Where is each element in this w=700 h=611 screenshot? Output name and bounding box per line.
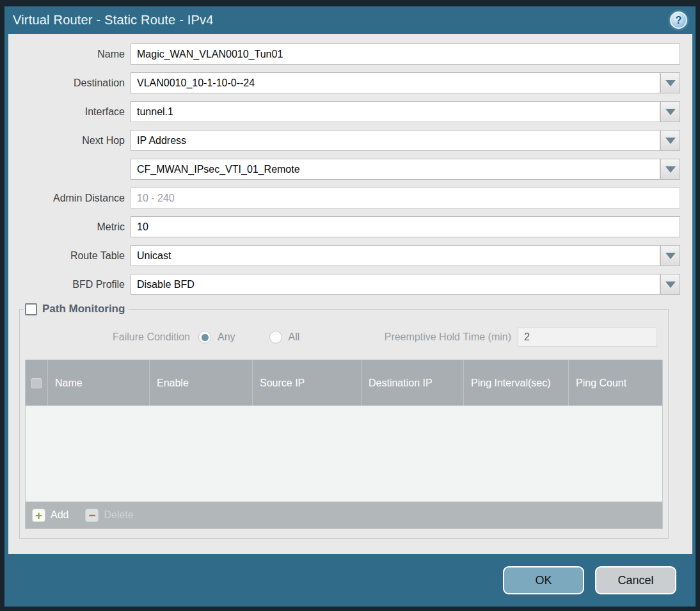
radio-selected-dot [202, 334, 209, 341]
failure-condition-all-radio [269, 331, 282, 344]
table-header-row: Name Enable Source IP Destination IP Pin… [26, 360, 662, 406]
metric-input[interactable] [131, 216, 680, 237]
select-all-checkbox [31, 378, 42, 388]
destination-label: Destination [8, 77, 131, 89]
form-row-name: Name [8, 44, 680, 65]
dialog-footer: OK Cancel [4, 554, 696, 607]
plus-icon: + [32, 509, 45, 522]
failure-condition-any-radio [198, 331, 211, 344]
destination-dropdown-button[interactable] [660, 72, 680, 93]
form-row-admin-distance: Admin Distance [8, 187, 680, 209]
delete-button: − Delete [85, 509, 133, 522]
column-header-name: Name [47, 360, 149, 406]
destination-input[interactable] [131, 72, 660, 93]
metric-label: Metric [8, 221, 131, 233]
chevron-down-icon [665, 80, 676, 86]
preemptive-hold-time-label: Preemptive Hold Time (min) [385, 331, 511, 343]
ok-button[interactable]: OK [503, 566, 584, 594]
preemptive-hold-time-input [518, 328, 657, 347]
add-button[interactable]: + Add [32, 509, 68, 522]
route-table-label: Route Table [8, 250, 131, 262]
dialog-body: Name Destination Interface [8, 34, 692, 554]
column-header-enable: Enable [149, 360, 252, 406]
table-toolbar: + Add − Delete [26, 502, 662, 528]
form-row-destination: Destination [8, 72, 680, 93]
cancel-button[interactable]: Cancel [595, 566, 676, 594]
path-monitoring-checkbox[interactable] [25, 303, 37, 315]
admin-distance-label: Admin Distance [8, 193, 131, 204]
failure-condition-all-label: All [289, 331, 300, 343]
path-monitoring-title: Path Monitoring [42, 303, 125, 315]
interface-input[interactable] [131, 101, 660, 122]
route-table-input[interactable] [131, 245, 660, 266]
form-row-interface: Interface [8, 101, 680, 122]
bfd-profile-dropdown-button[interactable] [660, 274, 680, 295]
next-hop-type-dropdown-button[interactable] [660, 130, 680, 151]
path-monitoring-table: Name Enable Source IP Destination IP Pin… [25, 360, 663, 529]
interface-dropdown-button[interactable] [660, 101, 680, 122]
next-hop-label: Next Hop [8, 135, 131, 147]
help-icon[interactable]: ? [670, 12, 687, 29]
path-monitoring-legend: Path Monitoring [24, 303, 129, 315]
delete-button-label: Delete [104, 509, 133, 521]
admin-distance-input[interactable] [131, 187, 680, 209]
interface-label: Interface [8, 106, 131, 118]
column-header-ping-interval: Ping Interval(sec) [463, 360, 568, 406]
form-row-route-table: Route Table [8, 245, 680, 266]
bfd-profile-input[interactable] [131, 274, 660, 295]
minus-icon: − [85, 509, 99, 522]
screenshot-window-border: Virtual Router - Static Route - IPv4 ? N… [0, 0, 700, 611]
form-row-next-hop: Next Hop [8, 130, 680, 151]
dialog-title: Virtual Router - Static Route - IPv4 [13, 13, 670, 28]
column-header-source-ip: Source IP [252, 360, 361, 406]
name-label: Name [8, 49, 131, 60]
chevron-down-icon [665, 138, 676, 144]
next-hop-address-dropdown-button[interactable] [660, 159, 680, 180]
form-row-next-hop-address [8, 159, 680, 180]
name-input[interactable] [131, 44, 680, 65]
next-hop-address-input[interactable] [131, 159, 660, 180]
path-monitoring-group: Path Monitoring Failure Condition Any Al… [19, 303, 669, 539]
select-all-header-cell [26, 360, 47, 406]
add-button-label: Add [51, 509, 68, 521]
column-header-ping-count: Ping Count [568, 360, 662, 406]
table-empty-body [26, 406, 662, 502]
column-header-destination-ip: Destination IP [361, 360, 463, 406]
failure-condition-label: Failure Condition [25, 331, 190, 343]
static-route-dialog: Virtual Router - Static Route - IPv4 ? N… [4, 6, 696, 607]
bfd-profile-label: BFD Profile [8, 279, 131, 290]
chevron-down-icon [665, 253, 676, 259]
failure-condition-row: Failure Condition Any All Preemptive Hol… [25, 328, 663, 347]
dialog-header: Virtual Router - Static Route - IPv4 ? [4, 6, 696, 34]
next-hop-type-input[interactable] [131, 130, 660, 151]
chevron-down-icon [665, 166, 676, 173]
form-row-metric: Metric [8, 216, 680, 237]
route-table-dropdown-button[interactable] [660, 245, 680, 266]
failure-condition-any-label: Any [218, 331, 235, 343]
chevron-down-icon [665, 109, 676, 115]
form-row-bfd-profile: BFD Profile [8, 274, 680, 295]
chevron-down-icon [665, 282, 676, 288]
